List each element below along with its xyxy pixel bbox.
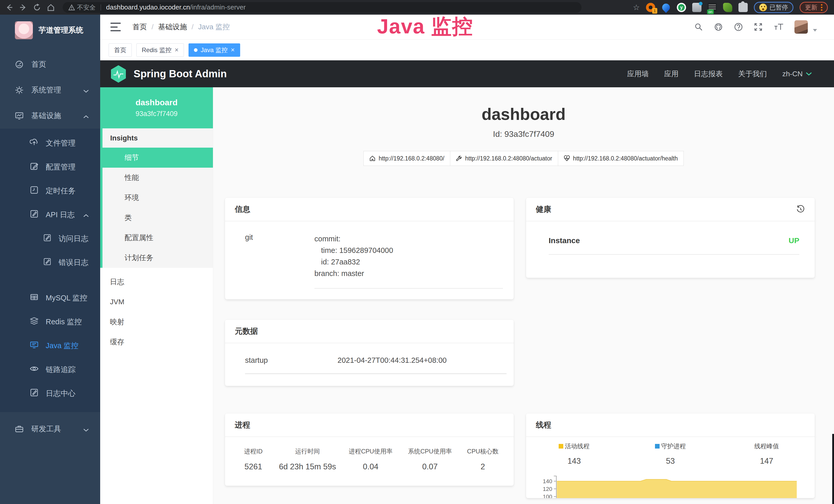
sba-nav-about[interactable]: 关于我们: [738, 69, 767, 79]
avatar-caret-icon[interactable]: [813, 29, 817, 31]
page-title: dashboard: [213, 105, 834, 124]
wrench-icon: [456, 155, 462, 161]
help-icon[interactable]: [734, 22, 743, 31]
sba-item-environment[interactable]: 环境: [103, 188, 213, 208]
on-badge: on: [707, 9, 714, 14]
sba-nav-journal[interactable]: 日志报表: [694, 69, 723, 79]
sidebar-item-system[interactable]: 系统管理: [0, 77, 100, 103]
locale-select[interactable]: zh-CN: [782, 70, 812, 78]
extension-icon[interactable]: 1: [646, 3, 655, 12]
browser-menu-icon[interactable]: [821, 4, 822, 11]
breadcrumb-home[interactable]: 首页: [133, 22, 147, 32]
log-edit-icon: [43, 234, 51, 244]
font-size-icon[interactable]: [773, 23, 784, 31]
grid-extension-icon[interactable]: [692, 3, 701, 12]
dashboard-icon: [15, 60, 24, 69]
forward-icon[interactable]: [18, 2, 29, 13]
cloud-upload-icon: [30, 138, 39, 148]
sidebar-item-config[interactable]: 配置管理: [0, 155, 100, 179]
sba-nav-applications[interactable]: 应用: [664, 69, 679, 79]
browser-toolbar: 不安全 dashboard.yudao.iocoder.cn/infra/adm…: [0, 0, 834, 15]
breadcrumb-separator: /: [192, 23, 194, 31]
health-key: Instance: [549, 236, 580, 245]
sidebar-item-devtools[interactable]: 研发工具: [0, 416, 100, 442]
window-edge: [832, 434, 834, 504]
sba-item-config-props[interactable]: 配置属性: [103, 228, 213, 248]
process-table: 进程ID 运行时间 进程CPU使用率 系统CPU使用率 CPU核心数 5261 …: [225, 437, 514, 472]
info-card-title: 信息: [235, 204, 250, 215]
threads-stat-value: 143: [526, 457, 622, 466]
update-chrome-button[interactable]: 更新: [799, 2, 828, 13]
home-icon[interactable]: [45, 2, 57, 13]
leaf-extension-icon[interactable]: [723, 3, 732, 12]
app-logo-row[interactable]: 芋道管理系统: [0, 15, 100, 46]
sidebar-item-jobs[interactable]: 定时任务: [0, 179, 100, 203]
list-extension-icon[interactable]: on: [708, 3, 717, 12]
sba-item-scheduled-tasks[interactable]: 计划任务: [103, 248, 213, 268]
extensions-puzzle-icon[interactable]: [739, 3, 748, 12]
tab-home[interactable]: 首页: [109, 43, 132, 57]
health-url-button[interactable]: http://192.168.0.2:48080/actuator/health: [558, 151, 684, 166]
sidebar-item-log-center[interactable]: 日志中心: [0, 382, 100, 406]
breadcrumb-current: Java 监控: [198, 22, 230, 32]
sidebar-item-error-log[interactable]: 错误日志: [0, 251, 100, 274]
sidebar-item-infra[interactable]: 基础设施: [0, 103, 100, 129]
fullscreen-icon[interactable]: [754, 23, 763, 31]
page-id: Id: 93a3fc7f7409: [213, 130, 834, 139]
chevron-down-icon: [83, 425, 89, 433]
actuator-url-button[interactable]: http://192.168.0.2:48080/actuator: [450, 151, 558, 166]
sba-nav-wallboard[interactable]: 应用墙: [627, 69, 649, 79]
reload-icon[interactable]: [31, 2, 43, 13]
sidebar-item-java-monitor[interactable]: Java 监控: [0, 334, 100, 358]
breadcrumb-infra[interactable]: 基础设施: [158, 22, 187, 32]
close-icon[interactable]: ×: [231, 46, 235, 54]
sidebar-item-label: 系统管理: [31, 85, 61, 95]
sba-item-jvm[interactable]: JVM: [100, 292, 213, 312]
sba-root-items: 日志 JVM 映射 缓存: [100, 268, 213, 352]
sidebar-item-redis[interactable]: Redis 监控: [0, 310, 100, 334]
health-card-title: 健康: [536, 204, 551, 215]
edit-square-icon: [30, 162, 39, 172]
sba-item-details[interactable]: 细节: [103, 147, 213, 168]
admin-sidebar: 芋道管理系统 首页 系统管理 基础设施 文件管理: [0, 15, 100, 504]
sidebar-item-file[interactable]: 文件管理: [0, 131, 100, 155]
sidebar-item-api-log[interactable]: API 日志: [0, 203, 100, 227]
user-avatar[interactable]: [794, 20, 808, 33]
sidebar-item-home[interactable]: 首页: [0, 52, 100, 77]
sba-item-mappings[interactable]: 映射: [100, 312, 213, 332]
tags-bar: 首页 Redis 监控× Java 监控×: [100, 40, 834, 60]
tab-java-monitor[interactable]: Java 监控×: [189, 43, 240, 57]
bookmark-star-icon[interactable]: ☆: [633, 3, 640, 12]
threads-stat-label: 守护进程: [622, 442, 719, 450]
sidebar-collapse-icon[interactable]: [110, 23, 121, 31]
close-icon[interactable]: ×: [175, 46, 178, 54]
process-col-header: 系统CPU使用率: [400, 447, 460, 456]
github-icon[interactable]: [714, 22, 723, 31]
sba-item-logs[interactable]: 日志: [100, 272, 213, 292]
svg-text:120: 120: [543, 486, 552, 492]
sba-app-id: 93a3fc7f7409: [136, 110, 178, 118]
history-icon[interactable]: [796, 205, 805, 214]
y-extension-icon[interactable]: y: [677, 3, 686, 12]
sidebar-item-mysql[interactable]: MySQL 监控: [0, 286, 100, 310]
metadata-key: startup: [245, 356, 337, 365]
insights-header: Insights: [103, 129, 213, 147]
address-bar[interactable]: 不安全 dashboard.yudao.iocoder.cn/infra/adm…: [63, 2, 581, 13]
briefcase-icon: [15, 425, 24, 433]
back-icon[interactable]: [4, 2, 15, 13]
sba-item-metrics[interactable]: 性能: [103, 168, 213, 188]
sba-app-header[interactable]: dashboard 93a3fc7f7409: [100, 87, 213, 129]
sba-main: dashboard Id: 93a3fc7f7409 http://192.16…: [213, 87, 834, 504]
threads-stats: 活动线程 守护进程 线程峰值 143 53 147: [526, 437, 815, 466]
tab-redis-monitor[interactable]: Redis 监控×: [136, 43, 184, 57]
pin-extension-icon[interactable]: [661, 3, 671, 12]
sba-item-classes[interactable]: 类: [103, 208, 213, 228]
search-icon[interactable]: [694, 23, 703, 31]
health-card: 健康 Instance UP: [526, 198, 815, 278]
sba-item-caches[interactable]: 缓存: [100, 332, 213, 352]
metadata-value: 2021-04-27T00:44:31.254+08:00: [337, 356, 506, 365]
service-url-button[interactable]: http://192.168.0.2:48080/: [364, 151, 450, 166]
sidebar-item-trace[interactable]: 链路追踪: [0, 358, 100, 382]
sidebar-item-access-log[interactable]: 访问日志: [0, 227, 100, 251]
paused-profile-button[interactable]: 已暂停: [754, 2, 793, 13]
